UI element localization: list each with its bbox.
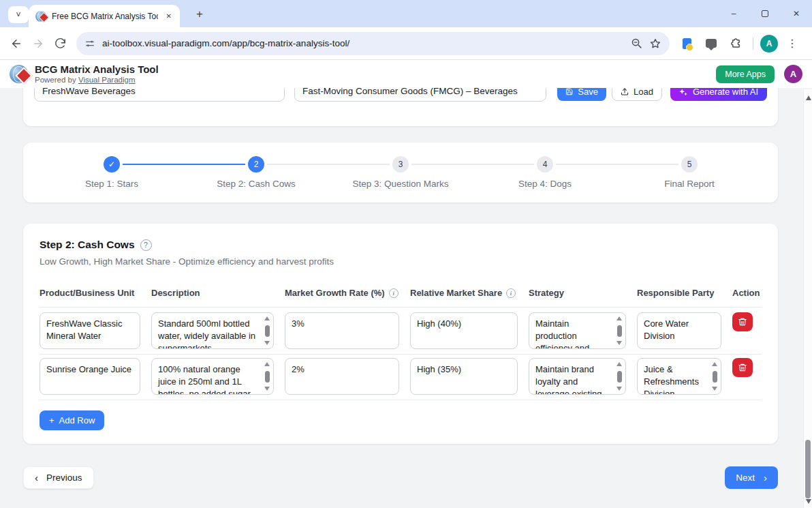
scroll-up-icon[interactable] <box>712 362 717 366</box>
step-label: Step 3: Question Marks <box>328 179 473 189</box>
scroll-up-icon[interactable] <box>264 362 270 366</box>
step-1-circle[interactable]: ✓ <box>104 156 120 173</box>
col-header-growth-label: Market Growth Rate (%) <box>285 288 385 298</box>
step-label: Step 2: Cash Cows <box>184 179 328 189</box>
download-extension-button[interactable] <box>676 33 697 54</box>
growth-rate-cell[interactable]: 2% <box>285 358 399 395</box>
step-3-question-marks[interactable]: 3 Step 3: Question Marks <box>328 156 473 189</box>
visual-paradigm-link[interactable]: Visual Paradigm <box>78 76 136 84</box>
step-label: Step 4: Dogs <box>473 179 617 189</box>
responsible-cell[interactable]: Core Water Division <box>637 312 721 349</box>
browser-menu-button[interactable]: ⋮ <box>782 33 802 54</box>
info-icon[interactable]: i <box>506 288 516 298</box>
maximize-button[interactable] <box>749 0 781 27</box>
info-icon[interactable]: i <box>389 288 399 298</box>
comment-extension-button[interactable] <box>701 33 721 54</box>
scroll-up-icon[interactable] <box>264 316 270 320</box>
new-tab-button[interactable]: + <box>191 5 208 23</box>
scroll-thumb[interactable] <box>805 440 811 498</box>
table-row: Sunrise Orange Juice 100% natural orange… <box>40 358 762 395</box>
step-2-circle[interactable]: 2 <box>248 156 264 173</box>
table-header-divider <box>40 307 762 308</box>
description-cell[interactable]: Standard 500ml bottled water, widely ava… <box>151 312 274 349</box>
help-icon[interactable]: ? <box>140 239 152 251</box>
step-4-circle[interactable]: 4 <box>537 156 553 173</box>
col-header-growth: Market Growth Rate (%) i <box>285 288 399 298</box>
sparkles-icon <box>678 87 688 97</box>
address-bar[interactable]: ai-toolbox.visual-paradigm.com/app/bcg-m… <box>76 32 670 55</box>
description-cell[interactable]: 100% natural orange juice in 250ml and 1… <box>151 358 274 395</box>
step-2-cash-cows[interactable]: 2 Step 2: Cash Cows <box>184 156 328 189</box>
tab-search-button[interactable]: ˅ <box>8 6 29 23</box>
scroll-thumb[interactable] <box>265 371 270 383</box>
scroll-down-icon[interactable] <box>616 341 622 345</box>
scroll-down-icon[interactable] <box>616 387 622 391</box>
app-header-text: BCG Matrix Analysis Tool Powered by Visu… <box>35 63 159 85</box>
browser-toolbar: ai-toolbox.visual-paradigm.com/app/bcg-m… <box>0 27 812 60</box>
market-share-cell[interactable]: High (40%) <box>410 312 518 349</box>
table-row-divider <box>40 354 762 355</box>
strategy-cell[interactable]: Maintain production efficiency and optim… <box>529 312 626 349</box>
scroll-down-icon[interactable] <box>264 387 270 391</box>
scroll-down-icon[interactable] <box>264 341 270 345</box>
delete-row-button[interactable] <box>732 312 753 331</box>
stepper: ✓ Step 1: Stars 2 Step 2: Cash Cows 3 St… <box>23 143 778 189</box>
step-3-circle[interactable]: 3 <box>392 156 409 173</box>
next-button[interactable]: Next › <box>725 466 778 489</box>
tab-title: Free BCG Matrix Analysis Tool | <box>52 12 158 21</box>
url-text[interactable]: ai-toolbox.visual-paradigm.com/app/bcg-m… <box>102 38 624 48</box>
growth-rate-cell[interactable]: 3% <box>285 312 399 349</box>
delete-row-button[interactable] <box>732 358 753 377</box>
minimize-button[interactable]: – <box>718 0 749 27</box>
responsible-cell[interactable]: Juice & Refreshments Division <box>637 358 721 395</box>
more-apps-button[interactable]: More Apps <box>716 65 775 83</box>
responsible-text: Juice & Refreshments Division <box>644 364 699 395</box>
add-row-button[interactable]: + Add Row <box>40 410 104 430</box>
scroll-up-icon[interactable] <box>616 316 622 320</box>
scroll-thumb[interactable] <box>617 371 622 383</box>
textarea-scrollbar <box>615 361 623 392</box>
upload-icon <box>621 87 629 96</box>
reload-button[interactable] <box>49 33 71 55</box>
next-label: Next <box>736 473 755 483</box>
site-settings-icon[interactable] <box>84 38 95 49</box>
scroll-thumb[interactable] <box>265 325 270 337</box>
user-avatar[interactable]: A <box>784 65 802 83</box>
zoom-out-icon[interactable] <box>631 38 642 49</box>
step-4-dogs[interactable]: 4 Step 4: Dogs <box>473 156 617 189</box>
strategy-text: Maintain production efficiency and optim… <box>535 318 591 349</box>
bookmark-star-icon[interactable] <box>649 38 661 50</box>
textarea-scrollbar <box>710 361 719 392</box>
scroll-down-icon[interactable] <box>712 387 717 391</box>
strategy-cell[interactable]: Maintain brand loyalty and leverage exis… <box>529 358 626 395</box>
page-scrollbar[interactable] <box>803 89 812 508</box>
tab-close-icon[interactable]: ✕ <box>163 11 174 21</box>
save-label: Save <box>578 87 598 97</box>
forward-button[interactable] <box>27 33 49 55</box>
textarea-scrollbar <box>263 315 271 346</box>
scroll-thumb[interactable] <box>617 325 622 337</box>
app-title: BCG Matrix Analysis Tool <box>35 63 159 75</box>
step-1-stars[interactable]: ✓ Step 1: Stars <box>40 156 184 189</box>
close-button[interactable]: ✕ <box>781 0 812 27</box>
section-title: Step 2: Cash Cows <box>40 239 135 251</box>
product-cell[interactable]: Sunrise Orange Juice <box>40 358 140 395</box>
browser-tab[interactable]: Free BCG Matrix Analysis Tool | ✕ <box>29 5 180 27</box>
back-button[interactable] <box>5 33 27 55</box>
table-row: FreshWave Classic Mineral Water Standard… <box>40 312 762 349</box>
previous-button[interactable]: ‹ Previous <box>23 466 94 489</box>
browser-profile-avatar[interactable]: A <box>760 35 778 53</box>
save-floppy-icon <box>565 87 573 96</box>
description-text: 100% natural orange juice in 250ml and 1… <box>158 364 251 395</box>
scroll-down-icon[interactable] <box>806 499 811 504</box>
scroll-up-icon[interactable] <box>616 362 622 366</box>
step-5-circle[interactable]: 5 <box>681 156 698 173</box>
trash-icon <box>738 363 747 372</box>
extensions-button[interactable] <box>725 33 746 54</box>
step-5-final-report[interactable]: 5 Final Report <box>617 156 762 189</box>
product-cell[interactable]: FreshWave Classic Mineral Water <box>40 312 140 349</box>
window-controls: – ✕ <box>718 0 812 27</box>
market-share-cell[interactable]: High (35%) <box>410 358 518 395</box>
scroll-up-icon[interactable] <box>806 95 811 100</box>
scroll-thumb[interactable] <box>713 371 717 383</box>
